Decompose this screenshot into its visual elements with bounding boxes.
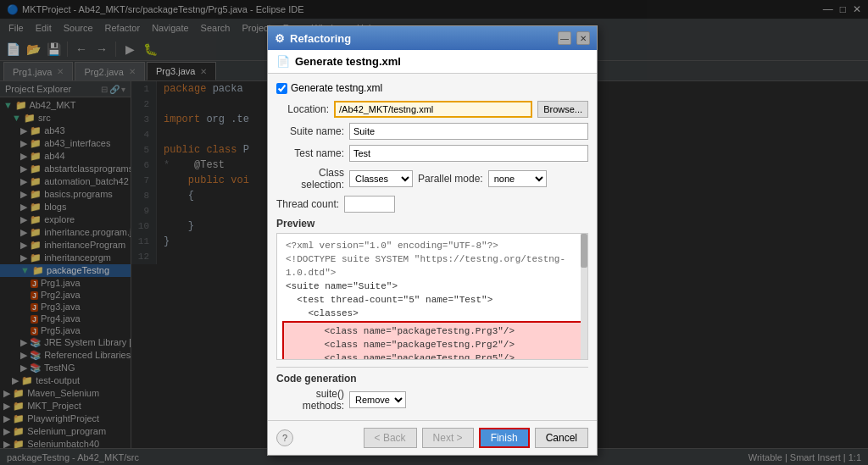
code-gen-row: suite() methods: Remove Keep Add: [276, 388, 588, 412]
code-gen-label: Code generation: [276, 367, 588, 385]
dialog-title: ⚙ Refactoring: [275, 32, 351, 45]
generate-checkbox[interactable]: [276, 83, 287, 94]
location-row: Location: Browse...: [276, 101, 588, 118]
generate-checkbox-row: Generate testng.xml: [276, 82, 588, 94]
dialog-overlay: ⚙ Refactoring — ✕ 📄 Generate testng.xml …: [0, 0, 868, 465]
refactoring-dialog: ⚙ Refactoring — ✕ 📄 Generate testng.xml …: [267, 25, 598, 456]
suite-methods-label: suite() methods:: [276, 388, 344, 412]
preview-line-2: <suite name="Suite">: [282, 280, 582, 293]
suite-name-input[interactable]: [349, 123, 588, 140]
code-generation-section: Code generation suite() methods: Remove …: [276, 367, 588, 412]
preview-line-5: <class name="packageTestng.Prg3"/>: [287, 324, 577, 338]
preview-box: <?xml version="1.0" encoding="UTF-8"?> <…: [276, 233, 588, 360]
location-input[interactable]: [334, 101, 532, 118]
preview-scrollbar-thumb[interactable]: [581, 234, 587, 268]
preview-line-7: <class name="packageTestng.Prg5"/>: [287, 352, 577, 360]
parallel-mode-label: Parallel mode:: [418, 173, 483, 185]
preview-line-4: <classes>: [282, 307, 582, 320]
next-button[interactable]: Next >: [422, 428, 474, 448]
location-input-wrapper: [334, 101, 532, 118]
preview-highlight-box: <class name="packageTestng.Prg3"/> <clas…: [282, 321, 582, 360]
suite-name-label: Suite name:: [276, 125, 344, 137]
back-button[interactable]: < Back: [364, 428, 417, 448]
thread-count-label: Thread count:: [276, 198, 339, 210]
footer-buttons: < Back Next > Finish Cancel: [364, 428, 588, 448]
test-name-input[interactable]: [349, 145, 588, 162]
location-label: Location:: [276, 103, 329, 115]
preview-line-6: <class name="packageTestng.Prg2"/>: [287, 338, 577, 352]
dialog-subheader-text: Generate testng.xml: [295, 55, 401, 68]
suite-name-row: Suite name:: [276, 123, 588, 140]
thread-count-input[interactable]: [344, 196, 395, 213]
finish-button[interactable]: Finish: [479, 428, 530, 448]
dialog-footer: ? < Back Next > Finish Cancel: [268, 420, 597, 455]
suite-methods-select[interactable]: Remove Keep Add: [349, 391, 406, 408]
dialog-title-bar: ⚙ Refactoring — ✕: [268, 26, 597, 50]
test-name-row: Test name:: [276, 145, 588, 162]
class-selection-label: Class selection:: [276, 167, 344, 191]
cancel-button[interactable]: Cancel: [535, 428, 588, 448]
dialog-body: Generate testng.xml Location: Browse... …: [268, 74, 597, 420]
generate-checkbox-label[interactable]: Generate testng.xml: [291, 82, 382, 94]
preview-label: Preview: [276, 218, 588, 230]
dialog-sub-header: 📄 Generate testng.xml: [268, 50, 597, 74]
dialog-generate-icon: 📄: [276, 55, 290, 68]
class-selection-row: Class selection: Classes Methods Package…: [276, 167, 588, 213]
preview-line-3: <test thread-count="5" name="Test">: [282, 293, 582, 307]
help-button[interactable]: ?: [276, 429, 293, 446]
class-selection-select[interactable]: Classes Methods Packages: [349, 170, 413, 187]
browse-button[interactable]: Browse...: [537, 101, 588, 118]
dialog-minimize-btn[interactable]: —: [558, 31, 571, 45]
dialog-close-btn[interactable]: ✕: [576, 31, 590, 45]
preview-line-1: <!DOCTYPE suite SYSTEM "https://testng.o…: [282, 252, 582, 280]
preview-scrollbar[interactable]: [581, 234, 587, 359]
preview-line-0: <?xml version="1.0" encoding="UTF-8"?>: [282, 239, 582, 252]
test-name-label: Test name:: [276, 147, 344, 159]
dialog-title-icon: ⚙: [275, 32, 285, 45]
dialog-controls: — ✕: [558, 31, 590, 45]
parallel-mode-select[interactable]: none methods classes tests: [488, 170, 547, 187]
